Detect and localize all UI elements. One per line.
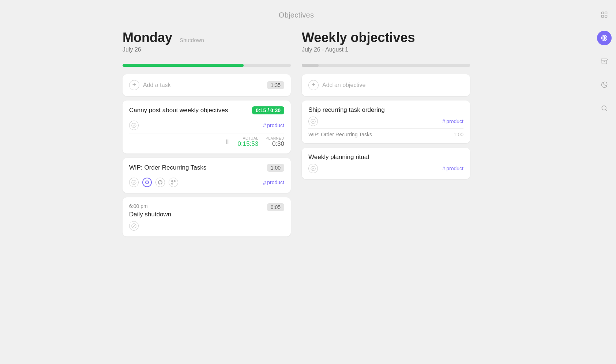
- ship-recurring-tag: # product: [442, 118, 463, 124]
- weekly-planning-check[interactable]: [308, 164, 318, 173]
- monday-progress-fill: [123, 64, 244, 67]
- svg-rect-11: [602, 15, 604, 18]
- wip-objectives-btn[interactable]: [142, 178, 152, 187]
- add-task-time: 1:35: [267, 81, 284, 89]
- wip-branch-btn[interactable]: [169, 178, 178, 187]
- pause-icon[interactable]: ⏸: [224, 138, 230, 146]
- sidebar: [593, 0, 616, 364]
- monday-badge: Shutdown: [180, 37, 204, 43]
- svg-point-0: [132, 123, 136, 127]
- wip-info-text: WIP: Order Recurring Tasks: [308, 132, 372, 137]
- wip-order-tag: # product: [263, 179, 284, 186]
- sidebar-item-search[interactable]: [597, 101, 612, 115]
- weekly-header: Weekly objectives July 26 - August 1: [302, 30, 470, 53]
- monday-header: Monday Shutdown July 26: [123, 30, 291, 53]
- objectives-inner-icon: [145, 181, 149, 184]
- wip-github-btn[interactable]: [155, 178, 165, 187]
- canny-post-title: Canny post about weekly objectives: [129, 106, 228, 115]
- svg-point-8: [311, 166, 315, 170]
- svg-point-7: [311, 119, 315, 123]
- weekly-progress-fill: [302, 64, 319, 67]
- shutdown-time-label: 6:00 pm: [129, 203, 171, 209]
- weekly-title: Weekly objectives: [302, 30, 415, 45]
- svg-point-4: [174, 181, 176, 182]
- add-objective-card[interactable]: + Add an objective: [302, 74, 470, 96]
- weekly-planning-title: Weekly planning ritual: [308, 153, 463, 161]
- planned-label: PLANNED: [266, 136, 284, 140]
- shutdown-time-badge: 0:05: [267, 203, 284, 211]
- sidebar-item-archive[interactable]: [597, 54, 612, 69]
- wip-order-card: WIP: Order Recurring Tasks 1:00: [123, 158, 291, 193]
- weekly-planning-tag: # product: [442, 165, 463, 171]
- shutdown-check[interactable]: [129, 221, 139, 231]
- weekly-date-range: July 26 - August 1: [302, 46, 470, 53]
- svg-point-6: [132, 224, 136, 228]
- add-objective-label: Add an objective: [322, 82, 463, 88]
- weekly-progress-bar: [302, 64, 470, 67]
- page-title: Objectives: [279, 11, 314, 19]
- svg-rect-16: [601, 59, 608, 60]
- svg-rect-12: [605, 15, 607, 18]
- svg-point-1: [132, 180, 136, 185]
- svg-line-18: [606, 110, 607, 111]
- ship-recurring-check[interactable]: [308, 117, 318, 126]
- monday-progress-bar: [123, 64, 291, 67]
- planned-value: 0:30: [272, 140, 284, 148]
- wip-info-row: WIP: Order Recurring Tasks 1:00: [308, 128, 463, 137]
- svg-point-3: [172, 183, 173, 185]
- wip-order-title: WIP: Order Recurring Tasks: [129, 164, 206, 172]
- add-task-card[interactable]: + Add a task 1:35: [123, 74, 291, 96]
- weekly-planning-card: Weekly planning ritual # product: [302, 148, 470, 179]
- actual-value: 0:15:53: [238, 140, 259, 148]
- add-objective-icon[interactable]: +: [308, 80, 319, 90]
- ship-recurring-card: Ship recurring task ordering # product: [302, 101, 470, 143]
- canny-post-timer: 0:15 / 0:30: [252, 106, 284, 114]
- add-task-label: Add a task: [143, 82, 263, 88]
- wip-order-time: 1:00: [267, 164, 284, 172]
- svg-point-2: [172, 181, 173, 182]
- shutdown-card: 6:00 pm Daily shutdown 0:05: [123, 197, 291, 236]
- wip-icons: [129, 178, 178, 187]
- monday-column: Monday Shutdown July 26 + Add a task 1:3…: [123, 30, 291, 236]
- wip-check-btn[interactable]: [129, 178, 139, 187]
- svg-rect-9: [602, 12, 604, 14]
- add-task-icon[interactable]: +: [129, 80, 139, 90]
- ship-recurring-title: Ship recurring task ordering: [308, 106, 463, 114]
- sidebar-item-moon[interactable]: [597, 77, 612, 92]
- canny-post-tag: # product: [263, 122, 284, 128]
- actual-label: ACTUAL: [243, 136, 258, 140]
- shutdown-title: Daily shutdown: [129, 211, 171, 218]
- monday-date: July 26: [123, 46, 291, 53]
- canny-post-card: Canny post about weekly objectives 0:15 …: [123, 101, 291, 153]
- canny-post-check[interactable]: [129, 121, 139, 130]
- weekly-column: Weekly objectives July 26 - August 1 + A…: [302, 30, 470, 236]
- svg-rect-10: [605, 12, 607, 14]
- sidebar-item-grid[interactable]: [597, 7, 612, 22]
- monday-title: Monday: [123, 30, 172, 45]
- sidebar-item-objectives[interactable]: [597, 31, 612, 45]
- wip-info-time: 1:00: [454, 132, 463, 137]
- svg-point-15: [604, 37, 605, 38]
